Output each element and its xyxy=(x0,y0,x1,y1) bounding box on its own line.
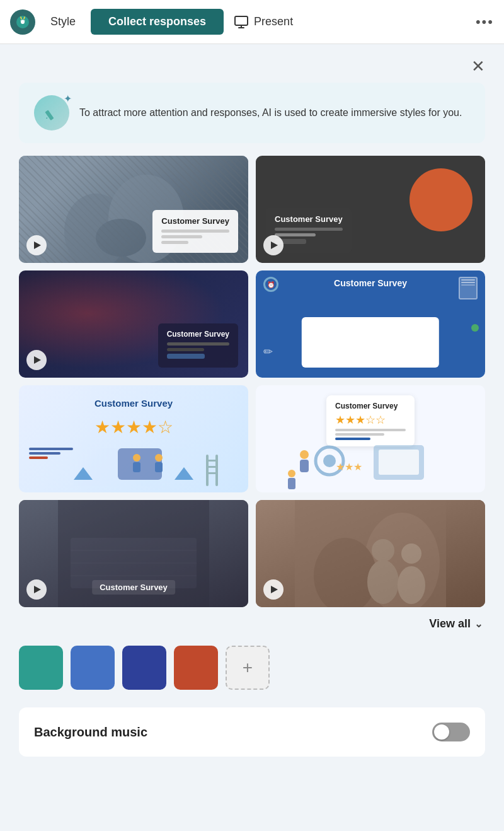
card-3-line-2 xyxy=(167,348,205,351)
card-5-line-1 xyxy=(29,448,73,450)
card-6-stars: ★★★☆☆ xyxy=(335,413,406,427)
card-5-line-2 xyxy=(29,452,60,455)
svg-point-37 xyxy=(367,560,399,604)
svg-marker-8 xyxy=(74,467,93,480)
svg-point-12 xyxy=(155,454,163,462)
present-button[interactable]: Present xyxy=(234,15,293,30)
card-1-title: Customer Survey xyxy=(161,216,229,226)
ai-banner-text: To attract more attention and responses,… xyxy=(79,105,462,120)
chevron-down-icon: ⌄ xyxy=(474,618,483,630)
svg-point-39 xyxy=(398,566,425,604)
card-4-pencil-icon: ✏ xyxy=(263,345,273,359)
svg-rect-27 xyxy=(379,450,419,475)
card-6-title: Customer Survey xyxy=(335,402,406,410)
card-3-lines xyxy=(167,342,229,359)
app-logo xyxy=(10,9,35,35)
style-card-4[interactable]: ⏰ Customer Survey ✏ xyxy=(256,270,485,378)
svg-rect-18 xyxy=(206,472,218,474)
card-5-lines xyxy=(29,448,73,461)
card-2-line-1 xyxy=(275,228,343,231)
card-4-status-dot xyxy=(471,324,479,332)
svg-point-1 xyxy=(21,20,25,24)
toggle-knob xyxy=(434,724,449,740)
view-all-row: View all ⌄ xyxy=(19,617,485,631)
ai-icon-wrap: ✦ xyxy=(34,95,69,131)
style-button[interactable]: Style xyxy=(40,10,86,33)
card-4-white-box xyxy=(302,317,439,368)
card-8-svg xyxy=(256,500,485,607)
style-card-1[interactable]: Customer Survey xyxy=(19,156,248,263)
card-1-line-3 xyxy=(161,241,188,244)
card-2-title: Customer Survey xyxy=(275,214,343,224)
card-1-line-1 xyxy=(161,230,229,233)
card-3-title: Customer Survey xyxy=(167,330,229,339)
svg-rect-23 xyxy=(300,460,309,472)
card-2-lines xyxy=(275,228,343,244)
card-3-line-1 xyxy=(167,342,229,346)
svg-rect-2 xyxy=(235,16,248,25)
monitor-icon xyxy=(234,15,249,30)
svg-rect-3 xyxy=(45,110,54,120)
card-2-line-2 xyxy=(275,233,316,236)
style-card-5[interactable]: Customer Survey ★★★★☆ xyxy=(19,385,248,492)
card-3-line-3 xyxy=(167,354,205,359)
card-7-title: Customer Survey xyxy=(92,580,175,595)
card-1-line-2 xyxy=(161,235,202,238)
card-5-stars: ★★★★☆ xyxy=(94,417,173,438)
svg-point-24 xyxy=(288,470,295,477)
card-1-lines xyxy=(161,230,229,244)
card-1-play-button[interactable] xyxy=(26,235,47,255)
color-swatch-red[interactable] xyxy=(174,646,218,690)
svg-point-38 xyxy=(401,543,421,564)
style-card-3[interactable]: Customer Survey xyxy=(19,270,248,378)
card-7-play-button[interactable] xyxy=(26,579,47,600)
background-music-row: Background music xyxy=(19,707,485,757)
svg-rect-17 xyxy=(206,466,218,468)
color-swatches: + xyxy=(19,646,485,690)
card-3-play-button[interactable] xyxy=(26,350,47,370)
svg-point-22 xyxy=(300,450,309,459)
svg-point-20 xyxy=(323,455,336,467)
style-card-2[interactable]: Customer Survey xyxy=(256,156,485,263)
style-card-6[interactable]: Customer Survey ★★★☆☆ ★★★ xyxy=(256,385,485,492)
color-swatch-darkblue[interactable] xyxy=(122,646,166,690)
main-content: ✕ ✦ To attract more attention and respon… xyxy=(0,44,504,831)
svg-rect-16 xyxy=(206,460,218,462)
view-all-button[interactable]: View all ⌄ xyxy=(429,617,483,631)
more-options-button[interactable]: ••• xyxy=(476,14,494,30)
card-8-play-button[interactable] xyxy=(263,579,284,600)
card-4-doc-icon xyxy=(459,277,478,299)
card-1-overlay: Customer Survey xyxy=(152,210,238,253)
svg-rect-13 xyxy=(155,462,163,472)
close-button[interactable]: ✕ xyxy=(471,57,485,76)
card-2-circle xyxy=(410,168,472,231)
svg-rect-11 xyxy=(133,462,140,472)
card-5-title: Customer Survey xyxy=(94,398,173,409)
background-music-label: Background music xyxy=(34,725,147,740)
style-card-8[interactable] xyxy=(256,500,485,607)
svg-text:★★★: ★★★ xyxy=(336,462,362,472)
color-swatch-teal[interactable] xyxy=(19,646,63,690)
style-card-7[interactable]: Customer Survey xyxy=(19,500,248,607)
ai-banner: ✦ To attract more attention and response… xyxy=(19,83,485,143)
color-swatch-blue[interactable] xyxy=(71,646,115,690)
svg-rect-14 xyxy=(206,455,209,486)
card-6-illustration: ★★★ xyxy=(256,436,485,492)
svg-point-6 xyxy=(96,219,146,257)
card-3-overlay: Customer Survey xyxy=(158,323,238,368)
svg-rect-15 xyxy=(215,455,218,486)
sparkle-icon: ✦ xyxy=(64,93,72,105)
background-music-toggle[interactable] xyxy=(432,723,470,741)
add-color-button[interactable]: + xyxy=(226,646,270,690)
card-2-play-button[interactable] xyxy=(263,235,284,255)
style-grid: Customer Survey Customer Survey xyxy=(19,156,485,607)
svg-point-10 xyxy=(133,454,140,462)
pencil-icon xyxy=(42,103,61,122)
card-6-line-1 xyxy=(335,429,406,431)
collect-responses-button[interactable]: Collect responses xyxy=(91,9,224,35)
svg-marker-9 xyxy=(175,467,193,480)
svg-rect-25 xyxy=(288,478,295,489)
card-5-line-3 xyxy=(29,456,48,459)
card-4-clock-icon: ⏰ xyxy=(263,277,278,292)
card-4-title: Customer Survey xyxy=(334,278,407,288)
